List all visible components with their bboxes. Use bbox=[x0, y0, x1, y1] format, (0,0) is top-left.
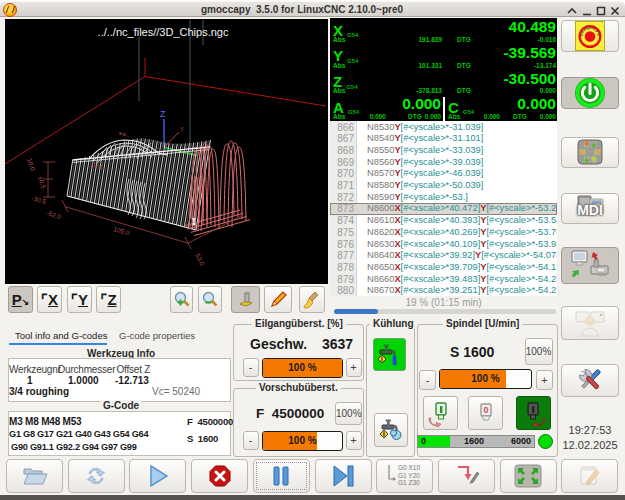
svg-text:105.0: 105.0 bbox=[113, 225, 131, 236]
svg-text:0: 0 bbox=[483, 405, 488, 415]
svg-text:53.0: 53.0 bbox=[194, 252, 206, 267]
svg-text:../../nc_files//3D_Chips.ngc: ../../nc_files//3D_Chips.ngc bbox=[98, 26, 229, 38]
svg-text:G1 Z30: G1 Z30 bbox=[398, 479, 420, 486]
svg-text:±0.5: ±0.5 bbox=[37, 175, 47, 189]
svg-text:10.0: 10.0 bbox=[26, 157, 37, 172]
svg-text:-30.5: -30.5 bbox=[31, 194, 48, 205]
svg-text:Y: Y bbox=[180, 126, 184, 132]
svg-text:Z: Z bbox=[160, 109, 166, 119]
svg-text:G0 X10: G0 X10 bbox=[398, 464, 420, 471]
svg-text:G1 Y20: G1 Y20 bbox=[398, 472, 420, 479]
svg-text:-52.0: -52.0 bbox=[46, 209, 63, 220]
svg-text:≡≡⎯: ≡≡⎯ bbox=[118, 129, 131, 139]
